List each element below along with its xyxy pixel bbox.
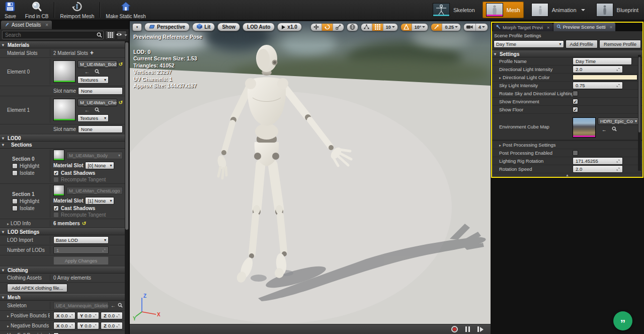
directional-light-intensity-spinner[interactable]: 2.0 <box>573 65 623 73</box>
tab-skeleton[interactable]: Skeleton <box>429 2 478 18</box>
material-thumbnail[interactable] <box>53 60 75 83</box>
cube-map-thumbnail[interactable] <box>573 117 596 138</box>
browse-to-asset-icon[interactable] <box>612 126 617 132</box>
sections-subheader[interactable]: Sections <box>0 142 125 149</box>
make-static-mesh-button[interactable]: Make Static Mesh <box>101 0 150 20</box>
grid-view-icon[interactable] <box>105 31 115 40</box>
cast-shadows-checkbox[interactable] <box>53 206 59 211</box>
scrollbar[interactable] <box>638 55 641 171</box>
camera-speed-value[interactable]: 4 <box>476 24 488 31</box>
lighting-rig-rotation-spinner[interactable]: 171.45255 <box>573 157 623 165</box>
browse-to-asset-icon[interactable] <box>95 107 100 113</box>
surface-snap-button[interactable] <box>361 24 372 31</box>
expander-icon[interactable] <box>7 313 9 318</box>
highlight-checkbox[interactable] <box>12 163 18 169</box>
grid-snap-value[interactable]: 10 <box>383 24 397 31</box>
search-input[interactable] <box>2 31 104 39</box>
lod-settings-section-header[interactable]: LOD Settings <box>0 228 125 235</box>
find-in-cb-button[interactable]: Find in CB <box>21 0 53 20</box>
cube-map-dropdown[interactable]: HDRI_Epic_Courtyard_D <box>598 117 639 125</box>
browse-to-asset-icon[interactable] <box>118 303 123 309</box>
rotate-tool-button[interactable] <box>322 24 333 31</box>
expander-icon[interactable] <box>499 75 501 80</box>
bounds-y-field[interactable]: Y0.0 <box>77 322 99 329</box>
tab-mesh[interactable]: Mesh <box>482 2 524 18</box>
playback-speed-button[interactable]: x1.0 <box>277 23 301 31</box>
visibility-filter-button[interactable] <box>117 31 127 40</box>
isolate-checkbox[interactable] <box>12 206 18 211</box>
isolate-checkbox[interactable] <box>12 170 18 176</box>
highlight-checkbox[interactable] <box>12 198 18 204</box>
scrollbar-thumb[interactable] <box>638 57 640 132</box>
bounds-x-field[interactable]: X0.0 <box>53 312 75 319</box>
bounds-z-field[interactable]: Z0.0 <box>101 312 123 319</box>
rotation-snap-button[interactable] <box>401 24 412 31</box>
lod0-section-header[interactable]: LOD0 <box>0 135 125 142</box>
scale-snap-value[interactable]: 0.25 <box>442 24 460 31</box>
tab-blueprint[interactable]: Blueprint <box>593 2 642 18</box>
bounds-x-field[interactable]: X0.0 <box>53 322 75 329</box>
scale-tool-button[interactable] <box>333 24 344 31</box>
tab-preview-scene-settings[interactable]: Preview Scene Setti <box>553 23 616 31</box>
directional-light-color-swatch[interactable] <box>573 75 637 80</box>
collapse-arrow[interactable] <box>492 173 642 177</box>
perspective-button[interactable]: Perspective <box>144 23 190 31</box>
reset-to-default-icon[interactable] <box>82 221 86 226</box>
translate-tool-button[interactable] <box>311 24 322 31</box>
material-slot-dropdown[interactable]: [1] None <box>85 197 114 205</box>
textures-dropdown[interactable]: Textures <box>77 114 109 122</box>
profile-name-field[interactable]: Day Time <box>573 57 632 65</box>
reimport-mesh-button[interactable]: Reimport Mesh <box>55 0 99 20</box>
expander-icon[interactable] <box>7 323 9 328</box>
rotation-speed-spinner[interactable]: 2.0 <box>573 165 623 173</box>
use-selected-asset-icon[interactable] <box>602 127 607 132</box>
material-slot-dropdown[interactable]: [0] None <box>85 162 114 169</box>
lod-import-dropdown[interactable]: Base LOD <box>53 236 109 244</box>
material-asset-dropdown[interactable]: M_UE4Man_ChestLogo <box>77 99 117 106</box>
rotation-snap-value[interactable]: 10° <box>412 24 428 31</box>
screen-share-indicator[interactable] <box>613 311 632 330</box>
pause-button[interactable] <box>465 326 470 332</box>
tab-animation[interactable]: Animation <box>528 2 589 18</box>
record-button[interactable] <box>451 326 458 332</box>
material-asset-dropdown[interactable]: M_UE4Man_Body <box>77 60 117 68</box>
expander-icon[interactable] <box>499 142 501 148</box>
save-button[interactable]: Save <box>0 0 21 20</box>
world-space-button[interactable] <box>347 24 358 31</box>
mesh-section-header[interactable]: Mesh <box>0 294 125 301</box>
bounds-y-field[interactable]: Y0.0 <box>77 312 99 319</box>
reset-to-default-icon[interactable] <box>119 61 123 67</box>
show-environment-checkbox[interactable] <box>573 99 578 104</box>
show-floor-checkbox[interactable] <box>573 107 578 112</box>
cast-shadows-checkbox[interactable] <box>53 170 59 176</box>
tab-asset-details[interactable]: Asset Details <box>1 21 52 29</box>
viewport[interactable]: Perspective Lit Show LOD Auto x1.0 <box>130 20 491 334</box>
scale-snap-button[interactable] <box>431 24 442 31</box>
close-icon[interactable] <box>610 24 613 30</box>
bounds-z-field[interactable]: Z0.0 <box>101 322 123 329</box>
browse-to-asset-icon[interactable] <box>95 69 100 75</box>
use-selected-asset-icon[interactable] <box>111 303 116 308</box>
reset-to-default-icon[interactable] <box>119 100 123 105</box>
profile-dropdown[interactable]: Day Time <box>494 40 564 48</box>
sky-light-intensity-spinner[interactable]: 0.75 <box>573 82 623 89</box>
scrollbar[interactable] <box>125 41 129 334</box>
materials-section-header[interactable]: Materials <box>0 41 125 48</box>
section-material-thumbnail[interactable] <box>53 185 64 196</box>
show-button[interactable]: Show <box>217 23 240 31</box>
slot-name-field[interactable]: None <box>78 87 123 95</box>
section-material-thumbnail[interactable] <box>53 150 64 161</box>
grid-snap-button[interactable] <box>372 24 383 31</box>
lit-button[interactable]: Lit <box>192 23 215 31</box>
tab-morph-target-preview[interactable]: Morph Target Previ <box>493 23 553 31</box>
camera-speed-button[interactable] <box>464 24 476 31</box>
add-profile-button[interactable]: Add Profile <box>566 40 598 48</box>
add-material-slot-button[interactable] <box>90 49 94 56</box>
post-processing-enabled-checkbox[interactable] <box>573 150 578 156</box>
textures-dropdown[interactable]: Textures <box>77 76 109 84</box>
clothing-section-header[interactable]: Clothing <box>0 266 125 274</box>
close-icon[interactable] <box>45 22 48 28</box>
rotate-sky-checkbox[interactable] <box>573 91 578 96</box>
close-icon[interactable] <box>547 25 550 30</box>
remove-profile-button[interactable]: Remove Profile <box>599 40 641 48</box>
